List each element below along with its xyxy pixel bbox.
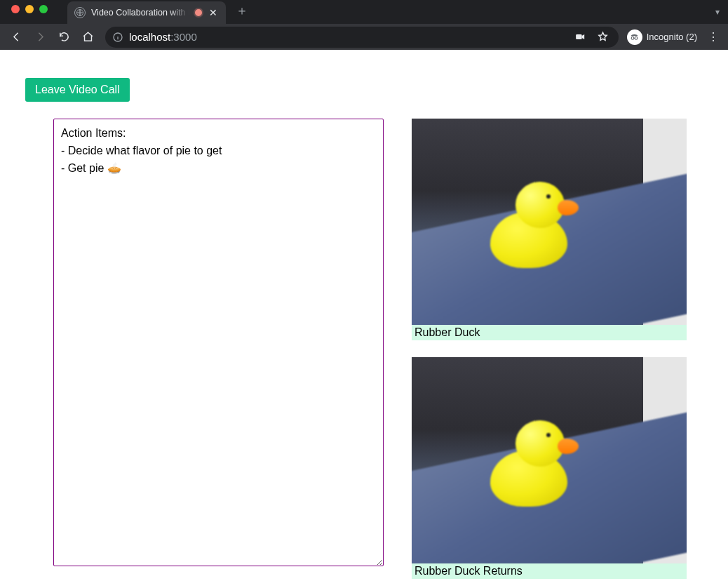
forward-button[interactable] [29, 27, 50, 48]
participant-name-label: Rubber Duck Returns [412, 563, 687, 579]
leave-call-button[interactable]: Leave Video Call [25, 78, 130, 102]
participant-name-label: Rubber Duck [412, 325, 687, 340]
incognito-indicator[interactable]: Incognito (2) [626, 29, 700, 45]
tabs-dropdown-icon[interactable]: ▾ [715, 7, 728, 17]
browser-toolbar: localhost:3000 Incognito (2) ⋮ [0, 24, 728, 50]
minimize-window-button[interactable] [25, 5, 34, 13]
app-content: Leave Video Call Rubber Duck [0, 50, 728, 579]
back-button[interactable] [6, 27, 27, 48]
home-button[interactable] [77, 27, 98, 48]
svg-point-3 [631, 37, 634, 40]
close-tab-button[interactable]: ✕ [208, 8, 219, 18]
browser-menu-button[interactable]: ⋮ [704, 30, 722, 44]
url-text: localhost:3000 [129, 31, 197, 43]
new-tab-button[interactable]: ＋ [226, 2, 258, 22]
content-row: Rubber Duck Rubber Duck Returns [25, 119, 703, 579]
svg-point-4 [635, 37, 638, 40]
video-feed[interactable] [412, 357, 687, 563]
window-controls [6, 5, 55, 19]
participants-column: Rubber Duck Rubber Duck Returns [412, 119, 703, 579]
browser-tab[interactable]: Video Collaboration with N ✕ [67, 1, 226, 24]
camera-icon[interactable] [572, 29, 589, 46]
video-tile: Rubber Duck Returns [412, 357, 687, 579]
url-host: localhost [129, 31, 170, 43]
incognito-label: Incognito (2) [647, 32, 697, 42]
browser-chrome: Video Collaboration with N ✕ ＋ ▾ localho… [0, 0, 728, 50]
tab-title: Video Collaboration with N [91, 8, 189, 18]
url-port: :3000 [170, 31, 197, 43]
notes-textarea[interactable] [53, 119, 384, 566]
video-feed[interactable] [412, 119, 687, 325]
site-info-icon[interactable] [112, 32, 123, 43]
recording-indicator-icon [195, 9, 202, 16]
close-window-button[interactable] [11, 5, 20, 13]
address-bar[interactable]: localhost:3000 [105, 27, 619, 48]
svg-rect-2 [576, 34, 582, 39]
globe-icon [74, 7, 86, 18]
video-tile: Rubber Duck [412, 119, 687, 340]
tab-strip: Video Collaboration with N ✕ ＋ ▾ [0, 0, 728, 24]
reload-button[interactable] [53, 27, 74, 48]
toolbar-right: Incognito (2) ⋮ [626, 29, 722, 45]
incognito-icon [627, 29, 642, 45]
bookmark-star-icon[interactable] [595, 29, 612, 46]
fullscreen-window-button[interactable] [39, 5, 48, 13]
